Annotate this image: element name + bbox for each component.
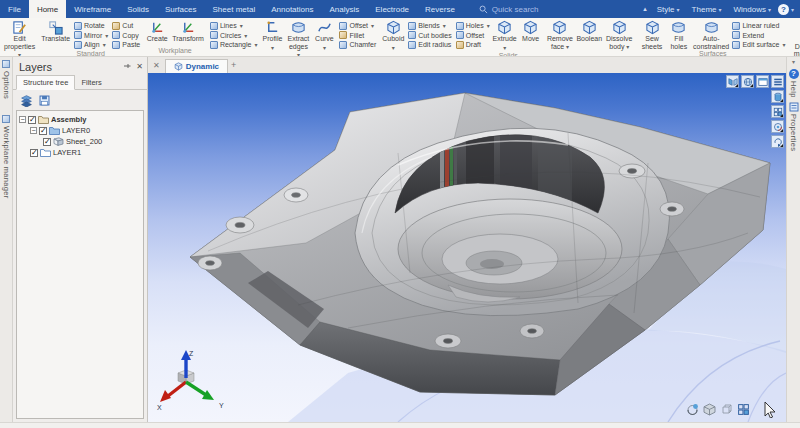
menu-tab-electrode[interactable]: Electrode: [367, 0, 417, 18]
translate-button[interactable]: Translate: [39, 19, 72, 43]
menu-tab-annotations[interactable]: Annotations: [263, 0, 321, 18]
tree-row-assembly[interactable]: Assembly: [19, 114, 141, 125]
menu-tab-file[interactable]: File: [0, 0, 29, 18]
fillet-button[interactable]: Fillet: [337, 31, 378, 41]
tree-row-layer1[interactable]: LAYER1: [19, 147, 141, 158]
checkbox[interactable]: [30, 149, 38, 157]
menu-tab-analysis[interactable]: Analysis: [321, 0, 367, 18]
extrude-button[interactable]: Extrude: [492, 19, 518, 52]
orbit-mode-button[interactable]: [771, 120, 784, 133]
extend-button[interactable]: Extend: [730, 31, 787, 41]
pin-icon[interactable]: [123, 63, 131, 71]
new-tab-icon[interactable]: +: [231, 60, 236, 70]
quick-search[interactable]: Quick search: [479, 0, 539, 18]
right-rail: ▾ ? Help Properties: [786, 57, 800, 422]
view-orient-button[interactable]: [741, 75, 754, 88]
menu-tab-surfaces[interactable]: Surfaces: [157, 0, 205, 18]
mirror-button[interactable]: Mirror: [72, 31, 110, 41]
copy-button[interactable]: Copy: [110, 31, 142, 41]
chevron-down-icon[interactable]: ▾: [792, 58, 795, 65]
offset-button[interactable]: Offset: [337, 21, 378, 31]
rail-tab-workplane-manager[interactable]: Workplane manager: [2, 115, 11, 199]
collapse-icon[interactable]: [30, 127, 37, 134]
move-button[interactable]: Move: [518, 19, 544, 43]
menu-tab-sheet-metal[interactable]: Sheet metal: [205, 0, 264, 18]
collapse-icon[interactable]: [19, 116, 26, 123]
windows-menu[interactable]: Windows▾: [729, 5, 776, 14]
close-panel-icon[interactable]: ✕: [136, 63, 143, 71]
holes-button[interactable]: Holes: [454, 21, 492, 31]
2d-drawing-manager-button[interactable]: 2D Drawing manager: [789, 19, 800, 57]
extract-edges-button[interactable]: Extract edges: [285, 19, 311, 57]
section-view-button[interactable]: [771, 90, 784, 103]
cut-button[interactable]: Cut: [110, 21, 142, 31]
paste-button[interactable]: Paste: [110, 40, 142, 50]
collapse-ribbon-icon[interactable]: ▴: [640, 5, 650, 13]
blends-button[interactable]: Blends: [406, 21, 453, 31]
draft-button[interactable]: Draft: [454, 40, 492, 50]
create-workplane-button[interactable]: Create: [144, 19, 170, 43]
viewport-menu-button[interactable]: [771, 75, 784, 88]
menu-tab-wireframe[interactable]: Wireframe: [66, 0, 119, 18]
style-menu[interactable]: Style▾: [652, 5, 685, 14]
align-button[interactable]: Align: [72, 40, 110, 50]
help-icon[interactable]: ?: [778, 4, 789, 15]
rectangle-button[interactable]: Rectangle: [208, 40, 260, 50]
rectangle-icon: [210, 41, 218, 49]
close-document-icon[interactable]: ✕: [151, 61, 162, 70]
offset-solid-button[interactable]: Offset: [454, 31, 492, 41]
theme-menu[interactable]: Theme▾: [687, 5, 727, 14]
save-icon[interactable]: [38, 94, 51, 107]
edit-properties-button[interactable]: Edit properties: [2, 19, 37, 57]
auto-constrained-icon: [704, 20, 719, 35]
cut-bodies-button[interactable]: Cut bodies: [406, 31, 453, 41]
linear-ruled-button[interactable]: Linear ruled: [730, 21, 787, 31]
document-tab-dynamic[interactable]: Dynamic: [165, 59, 228, 73]
split-view-button[interactable]: [737, 403, 750, 416]
menu-tab-home[interactable]: Home: [29, 0, 66, 18]
tree-row-sheet-200[interactable]: Sheet_200: [19, 136, 141, 147]
orbit-button[interactable]: [686, 403, 699, 416]
3d-viewport[interactable]: X Y Z: [148, 73, 786, 422]
tab-filters[interactable]: Filters: [75, 76, 107, 89]
checkbox[interactable]: [39, 127, 47, 135]
snap-grid-button[interactable]: [771, 105, 784, 118]
viewport-toolbar-bottom: [686, 401, 778, 418]
lines-button[interactable]: Lines: [208, 21, 260, 31]
rotate-button[interactable]: Rotate: [72, 21, 110, 31]
profile-button[interactable]: Profile: [259, 19, 285, 52]
checkbox[interactable]: [43, 138, 51, 146]
edit-radius-button[interactable]: Edit radius: [406, 40, 453, 50]
circles-button[interactable]: Circles: [208, 31, 260, 41]
curve-button[interactable]: Curve: [311, 19, 337, 52]
edit-surface-button[interactable]: Edit surface: [730, 40, 787, 50]
checkbox[interactable]: [28, 116, 36, 124]
wireframe-view-button[interactable]: [720, 403, 733, 416]
axis-z-label: Z: [189, 350, 194, 357]
remove-face-icon: [552, 20, 567, 35]
menu-tab-solids[interactable]: Solids: [119, 0, 157, 18]
sew-sheets-button[interactable]: Sew sheets: [638, 19, 666, 50]
folder-icon: [40, 148, 51, 157]
menu-tab-reverse[interactable]: Reverse: [417, 0, 463, 18]
auto-constrained-button[interactable]: Auto-constrained: [692, 19, 731, 50]
fill-holes-button[interactable]: Fill holes: [666, 19, 692, 50]
transform-workplane-button[interactable]: Transform: [170, 19, 206, 43]
dissolve-body-button[interactable]: Dissolve body: [602, 19, 636, 51]
rotate-view-button[interactable]: [771, 135, 784, 148]
window-button[interactable]: [756, 75, 769, 88]
boolean-button[interactable]: Boolean: [576, 19, 602, 43]
remove-face-button[interactable]: Remove face: [544, 19, 577, 51]
shaded-view-button[interactable]: [703, 403, 716, 416]
tree-row-layer0[interactable]: LAYER0: [19, 125, 141, 136]
rail-tab-help[interactable]: ? Help: [789, 69, 799, 98]
lines-icon: [210, 22, 218, 30]
cuboid-button[interactable]: Cuboid: [380, 19, 406, 52]
tab-structure-tree[interactable]: Structure tree: [16, 75, 75, 90]
rail-tab-properties[interactable]: Properties: [789, 102, 799, 151]
multi-view-button[interactable]: [726, 75, 739, 88]
rail-tab-options[interactable]: Options: [2, 60, 11, 99]
part-icon: [174, 62, 183, 71]
layers-icon[interactable]: [20, 94, 33, 107]
chamfer-button[interactable]: Chamfer: [337, 40, 378, 50]
